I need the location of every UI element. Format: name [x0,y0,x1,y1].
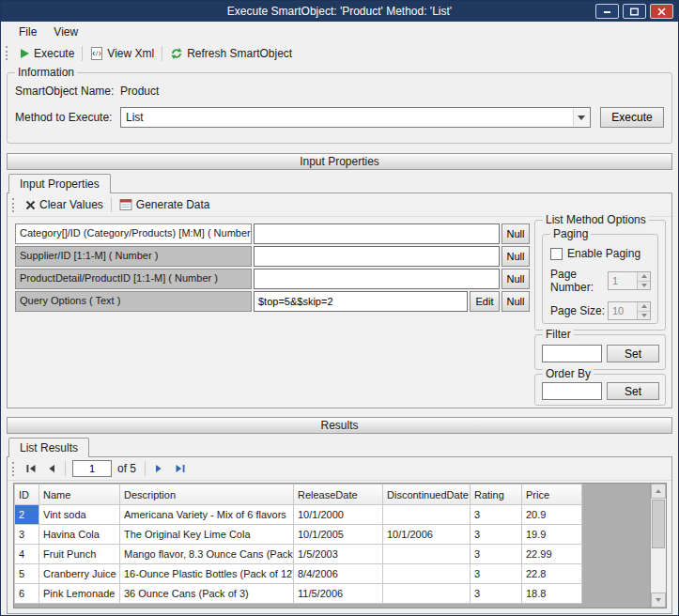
method-dropdown[interactable]: List [120,107,591,128]
table-cell[interactable]: 19.9 [522,525,582,545]
filter-input[interactable] [542,345,602,362]
property-value-input[interactable] [254,269,500,289]
titlebar[interactable]: Execute SmartObject: 'Product' Method: '… [1,1,678,22]
table-cell[interactable]: Vint soda [39,505,120,525]
table-cell[interactable]: 10/1/2000 [294,505,383,525]
move-first-button[interactable] [21,459,41,478]
table-cell[interactable]: Fruit Punch [39,545,120,564]
menu-file[interactable]: File [10,23,45,40]
table-row[interactable]: 4Fruit PunchMango flavor, 8.3 Ounce Cans… [15,545,582,564]
table-cell[interactable]: Havina Cola [39,525,120,545]
tab-list-results[interactable]: List Results [8,438,89,457]
table-cell[interactable]: 22.8 [522,564,582,584]
vertical-scrollbar[interactable] [650,484,666,608]
table-cell[interactable]: 6 [15,584,39,604]
column-header[interactable]: ReleaseDate [294,485,383,505]
enable-paging-checkbox[interactable]: Enable Paging [550,247,657,260]
table-cell[interactable]: 16-Ounce Plastic Bottles (Pack of 12) [120,564,294,584]
table-cell[interactable]: 4 [15,545,39,564]
column-header[interactable]: DiscontinuedDate [383,485,471,505]
spin-up-icon[interactable] [638,272,650,281]
table-cell[interactable]: 3 [15,525,39,545]
results-section-header[interactable]: Results [7,417,672,434]
null-button[interactable]: Null [502,291,530,312]
table-cell[interactable]: 36 Ounce Cans (Pack of 3) [120,584,294,604]
table-cell[interactable]: 2 [15,505,39,525]
column-header[interactable]: Name [39,485,120,505]
scroll-up-icon[interactable] [651,484,666,499]
table-cell[interactable]: 11/5/2006 [294,584,383,604]
table-cell[interactable]: 3 [471,505,522,525]
table-cell[interactable]: 5 [15,564,39,584]
close-button[interactable] [650,4,673,19]
column-header[interactable]: Rating [471,485,522,505]
table-row[interactable]: 5Cranberry Juice16-Ounce Plastic Bottles… [15,564,582,584]
order-by-input[interactable] [542,382,602,400]
menu-view[interactable]: View [45,23,86,40]
null-button[interactable]: Null [502,269,530,289]
scroll-down-icon[interactable] [651,593,666,608]
toolbar-gripper[interactable] [12,198,17,212]
table-cell[interactable]: 20.9 [522,505,582,525]
execute-toolbar-button[interactable]: Execute [14,45,79,62]
page-number-spinner[interactable]: 1 [608,271,651,290]
table-row[interactable]: 6Pink Lemonade36 Ounce Cans (Pack of 3)1… [15,584,582,604]
minimize-button[interactable] [595,4,619,19]
table-cell[interactable]: Mango flavor, 8.3 Ounce Cans (Pack of 24… [120,545,294,564]
move-previous-button[interactable] [41,459,62,478]
table-cell[interactable]: 3 [471,525,522,545]
execute-button[interactable]: Execute [600,107,664,128]
property-value-input[interactable] [254,246,500,267]
edit-button[interactable]: Edit [470,291,500,312]
table-cell[interactable]: The Original Key Lime Cola [120,525,294,545]
column-header[interactable]: ID [15,485,39,505]
input-properties-section-header[interactable]: Input Properties [7,153,672,170]
table-cell[interactable]: 3 [471,564,522,584]
table-cell[interactable]: Cranberry Juice [39,564,120,584]
refresh-smartobject-button[interactable]: Refresh SmartObject [165,45,297,62]
order-by-set-button[interactable]: Set [607,382,659,400]
table-cell[interactable]: Pink Lemonade [39,584,120,604]
scrollbar-thumb[interactable] [652,500,665,548]
table-cell[interactable]: 1/5/2003 [294,545,383,564]
current-page-input[interactable] [72,460,112,477]
table-cell[interactable] [383,584,471,604]
clear-values-button[interactable]: Clear Values [21,196,108,213]
table-cell[interactable]: 18.8 [522,584,582,604]
maximize-button[interactable] [623,4,646,19]
chevron-down-icon[interactable] [573,109,589,126]
table-cell[interactable]: 8/4/2006 [294,564,383,584]
toolbar-gripper[interactable] [12,462,17,476]
null-button[interactable]: Null [502,223,530,244]
table-cell[interactable]: 3 [471,545,522,564]
null-button[interactable]: Null [502,246,530,267]
filter-set-button[interactable]: Set [607,345,659,362]
table-cell[interactable] [383,505,471,525]
property-value-input[interactable] [254,291,468,312]
column-header[interactable]: Description [120,485,294,505]
table-cell[interactable]: Americana Variety - Mix of 6 flavors [120,505,294,525]
tab-input-properties[interactable]: Input Properties [8,174,111,193]
table-cell[interactable]: 3 [471,584,522,604]
table-row[interactable]: 3Havina ColaThe Original Key Lime Cola10… [15,525,582,545]
move-last-button[interactable] [169,459,190,478]
checkbox-icon[interactable] [550,248,563,260]
page-size-spinner[interactable]: 10 [608,301,651,320]
property-value-input[interactable] [254,223,500,244]
spinner-arrows[interactable] [637,302,650,319]
generate-data-button[interactable]: Generate Data [115,196,215,213]
table-cell[interactable]: 22.99 [522,545,582,564]
column-header[interactable]: Price [522,485,582,505]
table-cell[interactable] [383,545,471,564]
spin-up-icon[interactable] [638,302,650,311]
table-row[interactable]: 2Vint sodaAmericana Variety - Mix of 6 f… [15,505,582,525]
table-cell[interactable]: 10/1/2006 [383,525,471,545]
scrollbar-track[interactable] [651,549,666,593]
view-xml-button[interactable]: View Xml [85,45,159,62]
spinner-arrows[interactable] [637,272,650,289]
spin-down-icon[interactable] [638,281,650,290]
spin-down-icon[interactable] [638,311,650,320]
move-next-button[interactable] [148,459,169,478]
table-cell[interactable] [383,564,471,584]
table-cell[interactable]: 10/1/2005 [294,525,383,545]
